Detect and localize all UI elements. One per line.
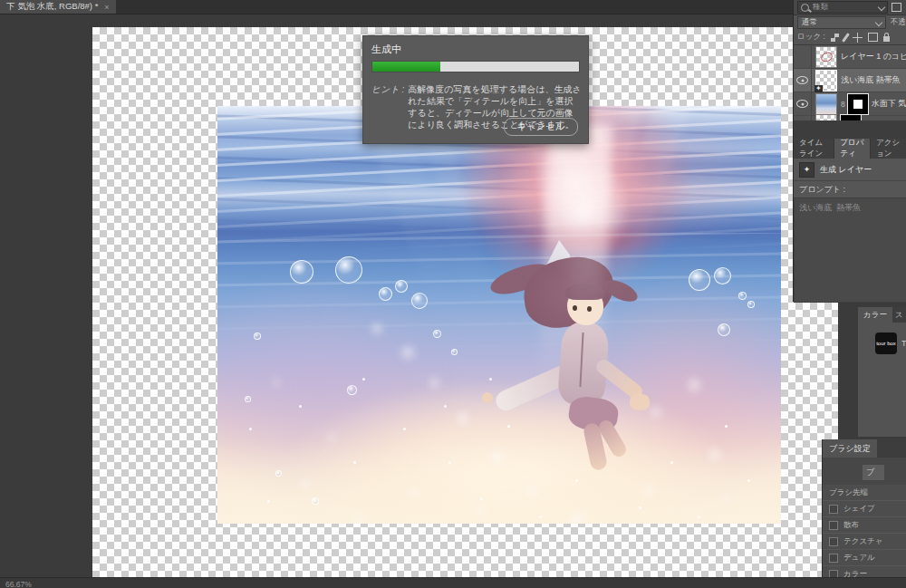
brush-option-row[interactable]: テクスチャ — [823, 534, 906, 550]
bubble — [689, 269, 710, 291]
sparkle — [639, 506, 641, 509]
character-hair — [519, 252, 618, 332]
brush-option-row[interactable]: 散布 — [823, 517, 906, 534]
brush-option-row[interactable]: ブラシ先端 — [823, 485, 906, 501]
lock-all-icon[interactable] — [883, 36, 890, 42]
tab-アクション[interactable]: アクション — [871, 139, 906, 159]
chevron-down-icon — [878, 4, 885, 11]
layer-name: 浅い海底 熱帯魚 — [841, 74, 901, 86]
character-eye — [573, 305, 577, 311]
layer-visibility-toggle[interactable] — [794, 45, 812, 68]
soft-bubble — [641, 483, 656, 497]
soft-bubble — [370, 322, 384, 336]
panel-divider — [793, 120, 906, 139]
tab-color[interactable]: カラー — [858, 307, 892, 323]
layer-filter-row: 種類 — [794, 0, 906, 15]
checkbox[interactable] — [829, 537, 838, 546]
document-tab-bar: 下 気泡 水底, RGB/8#) * × — [0, 0, 906, 14]
blend-mode-value: 通常 — [802, 17, 817, 28]
soft-bubble — [408, 487, 420, 499]
artboard-lock-icon[interactable] — [868, 33, 878, 42]
checkbox[interactable] — [829, 521, 838, 530]
tourbox-label-partial: T — [901, 339, 906, 348]
document-title: 下 気泡 水底, RGB/8#) * — [6, 1, 98, 13]
sparkle — [448, 461, 451, 464]
layer-mask-link-icon: 8 — [841, 100, 845, 109]
tab-タイムライン[interactable]: タイムライン — [794, 139, 834, 159]
filter-kind-icon[interactable] — [892, 3, 901, 12]
sparkle — [507, 425, 510, 428]
artwork-image[interactable] — [217, 106, 781, 524]
pixel-lock-icon[interactable] — [842, 33, 850, 43]
layer-thumbnail[interactable] — [816, 94, 836, 114]
layer-mask-thumbnail[interactable] — [848, 94, 868, 114]
tab-brush-settings[interactable]: ブラシ設定 — [823, 439, 877, 458]
layer-thumbnail[interactable] — [816, 47, 836, 67]
soft-bubble — [721, 492, 734, 505]
character-shirt-seam — [579, 333, 583, 387]
art-light-pillar — [539, 123, 612, 379]
generative-sparkle-icon: ✦ — [799, 162, 814, 178]
sparkle — [403, 428, 406, 430]
soft-bubble — [473, 503, 487, 517]
artwork-character — [471, 233, 670, 487]
tab-swatches-partial[interactable]: ス — [892, 307, 906, 323]
blend-mode-dropdown[interactable]: 通常 — [797, 16, 886, 29]
layer-filter-dropdown[interactable]: 種類 — [797, 1, 888, 14]
lock-row: ロック : — [794, 30, 906, 45]
brush-option-row[interactable]: シェイプ — [823, 501, 906, 517]
bubble — [411, 293, 428, 309]
character-left-hand — [482, 392, 493, 403]
brush-option-row[interactable]: デュアル — [823, 550, 906, 566]
dialog-title: 生成中 — [371, 43, 401, 56]
bubble — [254, 333, 261, 340]
zoom-level[interactable]: 66.67% — [5, 580, 32, 588]
sparkle — [353, 461, 356, 464]
chevron-down-icon — [875, 18, 882, 25]
position-lock-icon[interactable] — [853, 33, 863, 43]
checkbox[interactable] — [829, 554, 838, 563]
soft-bubble — [272, 378, 281, 387]
prompt-input[interactable]: 浅い海底 熱帯魚 — [794, 198, 906, 303]
bubble — [290, 260, 313, 284]
document-tab[interactable]: 下 気泡 水底, RGB/8#) * × — [0, 0, 116, 14]
filter-toggle-icons[interactable] — [892, 3, 901, 12]
color-panel-header: カラー ス — [858, 307, 906, 323]
transparency-lock-icon[interactable] — [831, 34, 839, 42]
tab-close-icon[interactable]: × — [104, 3, 109, 12]
sparkle — [267, 500, 270, 503]
sparkle — [747, 479, 750, 482]
layer-visibility-toggle[interactable] — [794, 69, 812, 92]
generative-layer-row: ✦ 生成 レイヤー — [794, 159, 906, 181]
layer-thumbnail[interactable]: ✦ — [816, 71, 836, 91]
progress-bar-track — [371, 61, 580, 72]
generating-progress-dialog: 生成中 ヒント : 高解像度の写真を処理する場合は、生成された結果で「ディテール… — [362, 35, 589, 144]
sketch-mark-icon — [819, 50, 834, 63]
character-hair — [487, 258, 555, 300]
brush-option-label: シェイプ — [843, 504, 875, 515]
layer-row[interactable]: ✦浅い海底 熱帯魚 — [794, 69, 906, 92]
layer-visibility-toggle[interactable] — [794, 92, 812, 115]
layer-type-label: 生成 レイヤー — [820, 164, 872, 176]
character-leg — [596, 418, 629, 459]
soft-bubble — [428, 376, 441, 390]
brush-option-label: デュアル — [843, 553, 875, 564]
checkbox[interactable] — [829, 505, 838, 514]
lock-label: ロック : — [797, 32, 825, 43]
bubble — [433, 330, 441, 338]
sparkle — [725, 425, 728, 428]
layer-row[interactable]: レイヤー 1 のコピー — [794, 45, 906, 69]
status-bar: 66.67% — [0, 577, 906, 588]
art-lavender-tint — [217, 269, 453, 505]
character-bangs — [565, 284, 605, 300]
brush-partial-button[interactable]: ブ — [862, 464, 885, 481]
cancel-button[interactable]: キャンセル — [504, 118, 578, 136]
tourbox-icon[interactable]: tour box — [875, 333, 897, 354]
layer-row-partial[interactable] — [794, 113, 906, 120]
tab-プロパティ[interactable]: プロパティ — [834, 139, 871, 159]
art-pink-tint — [573, 269, 781, 505]
bubble — [335, 256, 362, 284]
sparkle — [670, 461, 673, 464]
eye-icon — [796, 76, 808, 84]
sparkle — [362, 378, 365, 381]
